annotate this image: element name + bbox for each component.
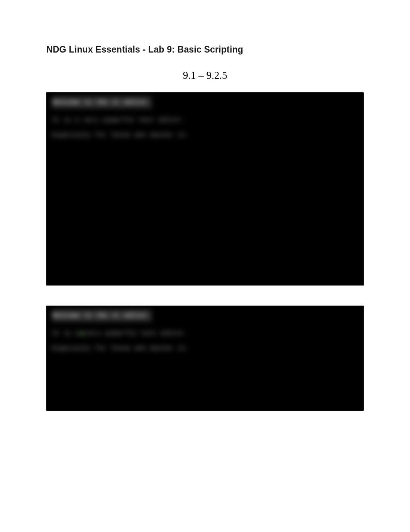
terminal-screenshot-2: Welcome to the vi editor. It is a very p… (46, 306, 364, 411)
terminal-line: Welcome to the vi editor. (52, 309, 152, 322)
terminal-screenshot-1: Welcome to the vi editor. It is a very p… (46, 92, 364, 286)
cursor-icon (80, 331, 84, 335)
terminal-line: It is a very powerful text editor. (52, 327, 358, 340)
terminal-line: Especially for those who master it. (52, 129, 358, 141)
section-range: 9.1 – 9.2.5 (46, 70, 364, 82)
document-page: NDG Linux Essentials - Lab 9: Basic Scri… (0, 0, 410, 434)
terminal-line: Welcome to the vi editor. (52, 96, 152, 109)
terminal-content: Welcome to the vi editor. It is a very p… (46, 306, 364, 359)
terminal-line: It is a very powerful text editor. (52, 114, 358, 126)
document-title: NDG Linux Essentials - Lab 9: Basic Scri… (46, 44, 364, 55)
terminal-text-fragment: very powerful text editor. (85, 327, 188, 340)
terminal-line: Especially for those who master it. (52, 342, 358, 355)
terminal-text-fragment: It is a (52, 327, 79, 340)
terminal-content: Welcome to the vi editor. It is a very p… (46, 92, 364, 145)
